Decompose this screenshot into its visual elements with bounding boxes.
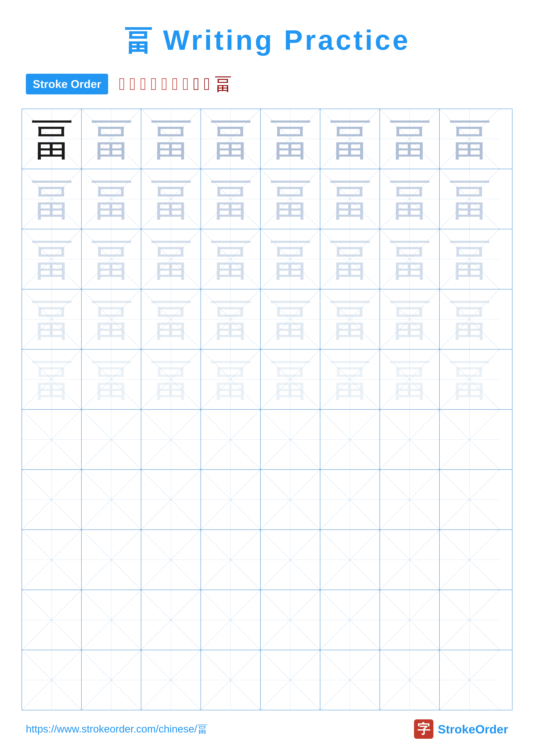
grid-cell-2-6[interactable]: 畐 [320,169,380,229]
grid-cell-1-1[interactable]: 畐 [22,109,82,169]
grid-cell-9-3[interactable] [141,590,201,650]
grid-cell-10-6[interactable] [320,650,380,710]
grid-cell-5-2[interactable]: 畐 [82,350,141,409]
grid-cell-9-7[interactable] [380,590,440,650]
grid-cell-3-5[interactable]: 畐 [261,229,320,289]
grid-cell-7-4[interactable] [201,470,261,529]
grid-cell-4-4[interactable]: 畐 [201,289,261,349]
grid-cell-2-1[interactable]: 畐 [22,169,82,229]
svg-line-134 [201,590,260,650]
practice-char: 畐 [448,177,491,221]
grid-cell-9-6[interactable] [320,590,380,650]
grid-cell-9-2[interactable] [82,590,141,650]
grid-cell-9-4[interactable] [201,590,261,650]
grid-cell-8-7[interactable] [380,530,440,590]
grid-cell-5-5[interactable]: 畐 [261,350,320,409]
svg-line-128 [22,590,81,650]
svg-line-149 [141,650,201,710]
grid-cell-7-5[interactable] [261,470,320,529]
grid-cell-8-1[interactable] [22,530,82,590]
grid-cell-1-7[interactable]: 畐 [380,109,440,169]
grid-cell-4-5[interactable]: 畐 [261,289,320,349]
grid-cell-1-6[interactable]: 畐 [320,109,380,169]
svg-line-136 [261,590,320,650]
grid-cell-6-5[interactable] [261,410,320,470]
grid-cell-7-3[interactable] [141,470,201,529]
grid-cell-3-7[interactable]: 畐 [380,229,440,289]
grid-cell-10-5[interactable] [261,650,320,710]
grid-cell-10-7[interactable] [380,650,440,710]
grid-row-1: 畐 畐 畐 畐 [22,109,512,169]
grid-cell-2-3[interactable]: 畐 [141,169,201,229]
grid-cell-10-3[interactable] [141,650,201,710]
svg-line-138 [320,590,380,650]
grid-cell-1-3[interactable]: 畐 [141,109,201,169]
grid-cell-5-6[interactable]: 畐 [320,350,380,409]
grid-cell-6-3[interactable] [141,410,201,470]
practice-char: 畐 [209,358,252,401]
grid-cell-4-3[interactable]: 畐 [141,289,201,349]
grid-row-9 [22,590,512,650]
grid-cell-6-4[interactable] [201,410,261,470]
grid-cell-8-5[interactable] [261,530,320,590]
grid-cell-10-1[interactable] [22,650,82,710]
grid-cell-9-1[interactable] [22,590,82,650]
grid-cell-5-8[interactable]: 畐 [440,350,499,409]
svg-line-154 [320,650,380,710]
grid-cell-5-3[interactable]: 畐 [141,350,201,409]
grid-cell-1-8[interactable]: 畐 [440,109,499,169]
grid-cell-2-7[interactable]: 畐 [380,169,440,229]
page-title: 畐 Writing Practice [0,0,534,72]
grid-cell-7-1[interactable] [22,470,82,529]
grid-cell-1-4[interactable]: 畐 [201,109,261,169]
grid-cell-2-2[interactable]: 畐 [82,169,141,229]
svg-line-84 [141,410,201,470]
svg-line-95 [440,410,499,470]
footer-url[interactable]: https://www.strokeorder.com/chinese/畐 [26,722,207,736]
grid-cell-2-8[interactable]: 畐 [440,169,499,229]
grid-cell-4-1[interactable]: 畐 [22,289,82,349]
grid-cell-8-6[interactable] [320,530,380,590]
grid-cell-2-4[interactable]: 畐 [201,169,261,229]
grid-row-10 [22,650,512,710]
grid-cell-9-8[interactable] [440,590,499,650]
grid-cell-8-4[interactable] [201,530,261,590]
grid-cell-3-2[interactable]: 畐 [82,229,141,289]
grid-cell-4-2[interactable]: 畐 [82,289,141,349]
svg-line-116 [141,530,201,590]
grid-cell-4-7[interactable]: 畐 [380,289,440,349]
grid-cell-7-6[interactable] [320,470,380,529]
footer: https://www.strokeorder.com/chinese/畐 字 … [0,719,534,739]
grid-cell-2-5[interactable]: 畐 [261,169,320,229]
grid-cell-6-2[interactable] [82,410,141,470]
grid-cell-1-5[interactable]: 畐 [261,109,320,169]
grid-cell-7-8[interactable] [440,470,499,529]
grid-cell-6-7[interactable] [380,410,440,470]
grid-cell-5-1[interactable]: 畐 [22,350,82,409]
grid-cell-3-1[interactable]: 畐 [22,229,82,289]
grid-cell-7-7[interactable] [380,470,440,529]
grid-cell-4-8[interactable]: 畐 [440,289,499,349]
grid-cell-1-2[interactable]: 畐 [82,109,141,169]
grid-cell-3-6[interactable]: 畐 [320,229,380,289]
svg-line-131 [82,590,141,650]
grid-cell-6-6[interactable] [320,410,380,470]
grid-cell-3-8[interactable]: 畐 [440,229,499,289]
grid-cell-3-4[interactable]: 畐 [201,229,261,289]
grid-cell-6-8[interactable] [440,410,499,470]
grid-cell-8-2[interactable] [82,530,141,590]
grid-cell-8-3[interactable] [141,530,201,590]
grid-cell-3-3[interactable]: 畐 [141,229,201,289]
grid-cell-4-6[interactable]: 畐 [320,289,380,349]
grid-cell-10-2[interactable] [82,650,141,710]
grid-cell-8-8[interactable] [440,530,499,590]
grid-cell-6-1[interactable] [22,410,82,470]
grid-cell-9-5[interactable] [261,590,320,650]
grid-cell-5-7[interactable]: 畐 [380,350,440,409]
svg-line-145 [22,650,81,710]
grid-cell-7-2[interactable] [82,470,141,529]
footer-logo: 字 StrokeOrder [414,719,508,739]
grid-cell-10-4[interactable] [201,650,261,710]
grid-cell-10-8[interactable] [440,650,499,710]
grid-cell-5-4[interactable]: 畐 [201,350,261,409]
